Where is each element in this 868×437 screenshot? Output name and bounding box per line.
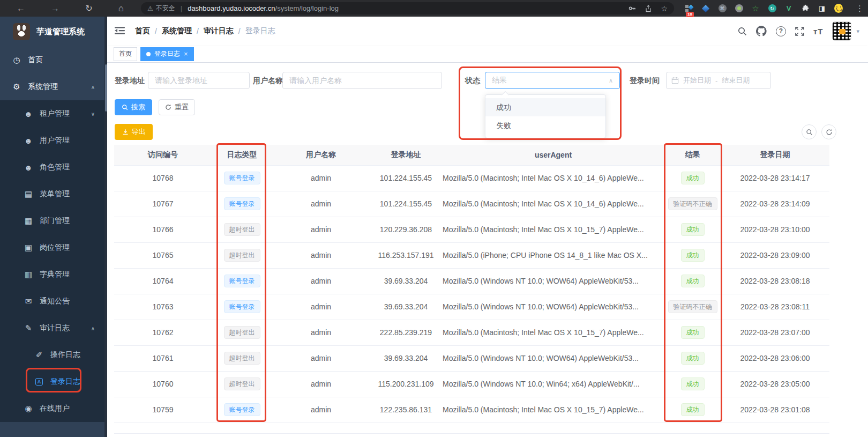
sidebar-scrollbar-thumb[interactable] (105, 64, 107, 112)
cell-login-date: 2022-03-28 23:08:11 (721, 294, 829, 320)
username-input[interactable] (282, 72, 442, 89)
breadcrumb-item[interactable]: 登录日志 (245, 26, 275, 36)
browser-menu-icon[interactable]: ⋮ (856, 0, 864, 17)
browser-forward-icon[interactable]: → (48, 0, 62, 17)
log-type-tag: 超时登出 (224, 352, 260, 365)
sidebar-item-dict-management[interactable]: ▥ 字典管理 (0, 261, 104, 288)
status-select[interactable]: 结果 ∧ (485, 72, 620, 89)
profile-avatar[interactable] (834, 4, 843, 13)
chevron-up-icon: ∧ (609, 77, 613, 84)
calendar-icon (671, 77, 679, 84)
search-button[interactable]: 搜索 (115, 99, 152, 115)
address-bar[interactable]: ⚠ 不安全 | dashboard.yudao.iocoder.cn /syst… (141, 2, 674, 14)
date-end-placeholder[interactable]: 结束日期 (722, 76, 750, 85)
password-key-icon[interactable] (628, 4, 636, 12)
sidebar-item-operation-log[interactable]: ✐ 操作日志 (0, 342, 104, 368)
table-row: 10765 超时登出 admin 116.253.157.191 Mozilla… (114, 242, 829, 268)
sidebar-toggle-icon[interactable] (115, 26, 125, 35)
cell-login-address: 115.200.231.109 (370, 371, 442, 397)
extension-refresh-icon[interactable]: ↻ (768, 4, 776, 13)
menu-item-label: 用户管理 (40, 136, 70, 145)
refresh-icon (826, 129, 833, 136)
status-option-failure[interactable]: 失败 (485, 116, 605, 135)
vue-devtools-icon[interactable]: V (784, 4, 793, 13)
extension-badged-icon[interactable]: 10 (685, 4, 693, 13)
search-icon[interactable] (737, 26, 747, 36)
cell-login-date: 2022-03-28 23:14:09 (721, 191, 829, 217)
result-tag: 成功 (681, 326, 705, 339)
menu-item-label: 审计日志 (40, 323, 70, 333)
extension-diamond-icon[interactable] (701, 4, 710, 13)
tab-login-log[interactable]: 登录日志 × (140, 47, 194, 61)
github-icon[interactable] (756, 26, 767, 36)
url-domain: dashboard.yudao.iocoder.cn (188, 4, 275, 12)
login-address-input[interactable] (148, 72, 250, 89)
cell-username: admin (272, 268, 370, 294)
menu-item-icon: ☻ (23, 163, 34, 172)
sidebar-item-tenant-management[interactable]: ☻ 租户管理 ∨ (0, 100, 104, 127)
cell-visit-id: 10765 (114, 242, 212, 268)
menu-item-label: 操作日志 (50, 350, 80, 360)
help-icon[interactable]: ? (776, 26, 786, 36)
sidebar-item-post-management[interactable]: ▣ 岗位管理 (0, 234, 104, 261)
breadcrumb-item[interactable]: 审计日志 (204, 26, 234, 36)
table-header-cell: 登录日期 (721, 145, 829, 165)
caret-down-icon[interactable]: ▾ (856, 28, 859, 35)
log-type-tag: 账号登录 (224, 197, 260, 210)
sidebar-item-online-users[interactable]: ◉ 在线用户 (0, 395, 104, 422)
extension-dot-icon[interactable] (735, 4, 743, 13)
font-size-icon[interactable]: тT (813, 27, 824, 36)
sidebar-item-user-management[interactable]: ☻ 用户管理 (0, 127, 104, 154)
fullscreen-icon[interactable] (795, 27, 804, 36)
toggle-search-button[interactable] (802, 124, 817, 139)
date-start-placeholder[interactable]: 开始日期 (683, 76, 711, 85)
sidebar-item-login-log[interactable]: A 登录日志 (0, 368, 104, 395)
breadcrumb-item[interactable]: 系统管理 (162, 26, 192, 36)
sidebar-item-dept-management[interactable]: ▦ 部门管理 (0, 208, 104, 234)
chevron-icon: ∨ (91, 111, 95, 117)
active-dot (146, 52, 151, 56)
security-warning[interactable]: ⚠ 不安全 (147, 4, 175, 13)
browser-back-icon[interactable]: ← (14, 0, 28, 17)
result-tag: 验证码不正确 (668, 300, 717, 313)
share-icon[interactable] (645, 5, 652, 12)
sidebar-item-audit-log[interactable]: ✎ 审计日志 ∧ (0, 315, 104, 342)
breadcrumb-separator: / (155, 27, 157, 35)
sidebar-item-role-management[interactable]: ☻ 角色管理 (0, 154, 104, 181)
menu-item-icon: ☻ (23, 109, 34, 118)
log-type-tag: 账号登录 (224, 275, 260, 287)
login-time-range-picker[interactable]: 开始日期 - 结束日期 (666, 72, 771, 89)
refresh-icon (165, 104, 171, 110)
sidebar-item-system-management[interactable]: ⚙ 系统管理 ∧ (0, 73, 104, 100)
tab-home[interactable]: 首页 (114, 47, 137, 61)
extension-star-icon[interactable]: ☆ (751, 4, 760, 13)
sidebar-item-notice[interactable]: ✉ 通知公告 (0, 288, 104, 315)
status-option-success[interactable]: 成功 (485, 98, 605, 116)
extensions-puzzle-icon[interactable] (801, 4, 810, 13)
login-address-label: 登录地址 (115, 72, 145, 89)
menu-item-icon: ▤ (23, 189, 34, 199)
reset-button[interactable]: 重置 (159, 99, 195, 115)
table-row: 10763 账号登录 admin 39.69.33.204 Mozilla/5.… (114, 294, 829, 320)
browser-home-icon[interactable]: ⌂ (114, 0, 128, 17)
breadcrumb-item[interactable]: 首页 (135, 26, 150, 36)
user-avatar[interactable] (832, 21, 851, 41)
status-select-placeholder: 结果 (492, 76, 507, 85)
close-icon[interactable]: × (184, 50, 188, 58)
browser-reload-icon[interactable]: ↻ (82, 0, 96, 17)
app-logo[interactable]: 芋道管理系统 (0, 17, 104, 47)
cell-username: admin (272, 397, 370, 423)
table-header-cell: 用户名称 (272, 145, 370, 165)
table-row: 10761 超时登出 admin 39.69.33.204 Mozilla/5.… (114, 345, 829, 371)
cell-username: admin (272, 217, 370, 242)
extension-command-icon[interactable]: ⌘ (718, 4, 727, 13)
bookmark-star-icon[interactable]: ☆ (661, 4, 668, 13)
side-panel-icon[interactable]: ◨ (818, 4, 826, 13)
cell-login-address: 39.69.33.204 (370, 294, 442, 320)
export-button[interactable]: 导出 (115, 124, 153, 140)
table-row: 10768 账号登录 admin 101.224.155.45 Mozilla/… (114, 165, 829, 191)
sidebar-item-home[interactable]: ◷ 首页 (0, 47, 104, 73)
cell-user-agent: Mozilla/5.0 (Macintosh; Intel Mac OS X 1… (442, 320, 664, 345)
sidebar-item-menu-management[interactable]: ▤ 菜单管理 (0, 181, 104, 208)
refresh-table-button[interactable] (821, 124, 836, 139)
